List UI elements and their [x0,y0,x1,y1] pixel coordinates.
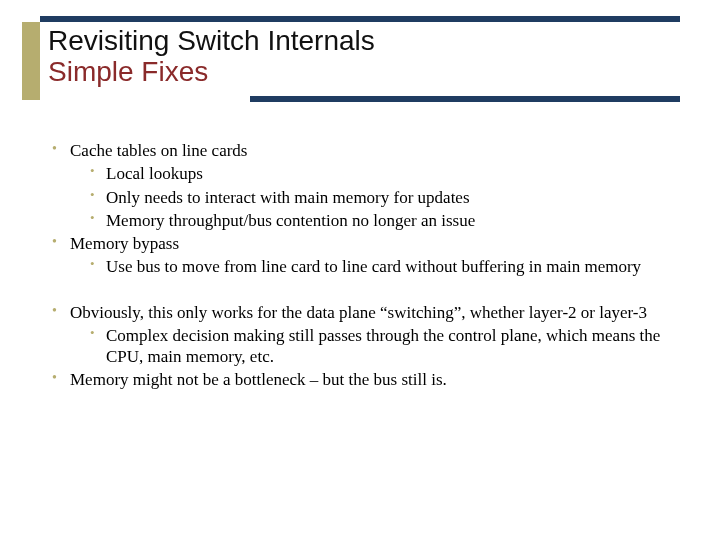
title-line-2: Simple Fixes [48,57,688,88]
bullet-text: Only needs to interact with main memory … [106,188,470,207]
list-item: Only needs to interact with main memory … [90,187,692,208]
bullet-text: Local lookups [106,164,203,183]
list-item: Use bus to move from line card to line c… [90,256,692,277]
bullet-text: Memory might not be a bottleneck – but t… [70,370,447,389]
list-item: Memory bypass Use bus to move from line … [52,233,692,278]
bullet-group-1: Cache tables on line cards Local lookups… [52,140,692,278]
title-rule-bottom [250,96,680,102]
bullet-text: Obviously, this only works for the data … [70,303,647,322]
list-item: Obviously, this only works for the data … [52,302,692,368]
slide-body: Cache tables on line cards Local lookups… [52,140,692,393]
title-rule-top [40,16,680,22]
title-accent-bar [22,22,40,100]
bullet-text: Memory bypass [70,234,179,253]
sub-list: Use bus to move from line card to line c… [90,256,692,277]
slide: Revisiting Switch Internals Simple Fixes… [0,0,720,540]
sub-list: Complex decision making still passes thr… [90,325,692,368]
list-item: Memory throughput/bus contention no long… [90,210,692,231]
list-item: Cache tables on line cards Local lookups… [52,140,692,231]
slide-title: Revisiting Switch Internals Simple Fixes [48,26,688,88]
sub-list: Local lookups Only needs to interact wit… [90,163,692,231]
list-item: Memory might not be a bottleneck – but t… [52,369,692,390]
section-gap [52,280,692,302]
list-item: Complex decision making still passes thr… [90,325,692,368]
title-line-1: Revisiting Switch Internals [48,26,688,57]
bullet-text: Memory throughput/bus contention no long… [106,211,475,230]
bullet-text: Complex decision making still passes thr… [106,326,660,366]
bullet-text: Use bus to move from line card to line c… [106,257,641,276]
bullet-text: Cache tables on line cards [70,141,248,160]
bullet-group-2: Obviously, this only works for the data … [52,302,692,391]
list-item: Local lookups [90,163,692,184]
